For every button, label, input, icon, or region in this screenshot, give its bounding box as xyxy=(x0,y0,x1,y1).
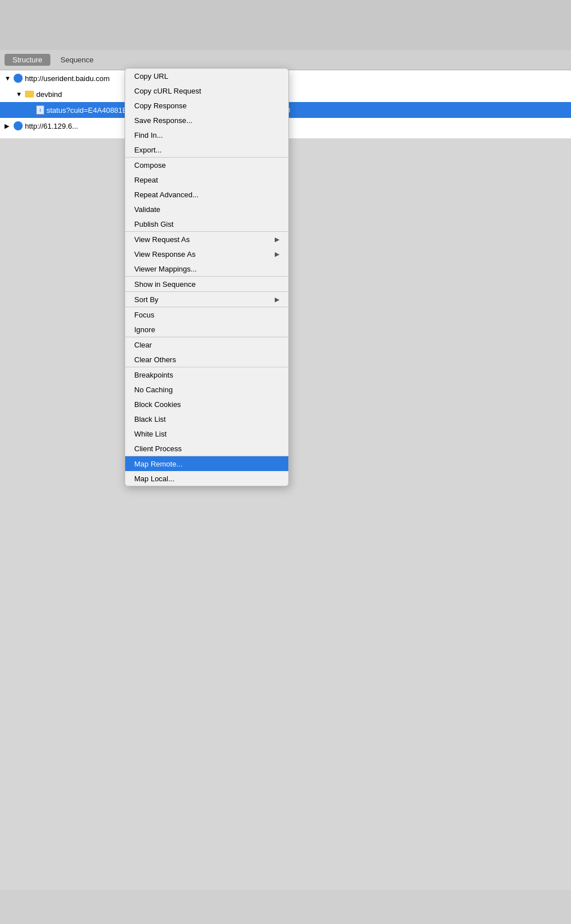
context-menu: Copy URL Copy cURL Request Copy Response… xyxy=(125,68,289,486)
menu-item-validate[interactable]: Validate xyxy=(125,202,288,217)
globe-icon xyxy=(14,121,23,130)
submenu-arrow-icon: ▶ xyxy=(275,251,279,258)
menu-item-copy-curl[interactable]: Copy cURL Request xyxy=(125,83,288,98)
menu-item-focus[interactable]: Focus xyxy=(125,307,288,322)
tree-arrow xyxy=(27,107,36,113)
menu-item-ignore[interactable]: Ignore xyxy=(125,322,288,337)
menu-item-map-local[interactable]: Map Local... xyxy=(125,471,288,486)
menu-item-black-list[interactable]: Black List xyxy=(125,412,288,426)
folder-icon xyxy=(25,91,34,98)
menu-section-sort: Sort By ▶ xyxy=(125,292,288,307)
menu-item-repeat-advanced[interactable]: Repeat Advanced... xyxy=(125,187,288,202)
menu-item-breakpoints[interactable]: Breakpoints xyxy=(125,367,288,382)
menu-item-save-response[interactable]: Save Response... xyxy=(125,113,288,128)
menu-section-clear: Clear Clear Others xyxy=(125,337,288,367)
menu-item-view-request-as[interactable]: View Request As ▶ xyxy=(125,232,288,247)
tree-label: http://userident.baidu.com xyxy=(25,74,110,83)
menu-item-no-caching[interactable]: No Caching xyxy=(125,382,288,397)
menu-item-sort-by[interactable]: Sort By ▶ xyxy=(125,292,288,307)
menu-item-block-cookies[interactable]: Block Cookies xyxy=(125,397,288,412)
top-bar xyxy=(0,0,571,50)
menu-item-export[interactable]: Export... xyxy=(125,142,288,157)
menu-item-viewer-mappings[interactable]: Viewer Mappings... xyxy=(125,261,288,276)
submenu-arrow-icon: ▶ xyxy=(275,296,279,303)
menu-item-view-response-as[interactable]: View Response As ▶ xyxy=(125,247,288,261)
menu-item-clear-others[interactable]: Clear Others xyxy=(125,352,288,367)
menu-item-show-in-sequence[interactable]: Show in Sequence xyxy=(125,277,288,291)
menu-item-copy-url[interactable]: Copy URL xyxy=(125,69,288,83)
menu-section-view: View Request As ▶ View Response As ▶ Vie… xyxy=(125,232,288,277)
menu-section-copy: Copy URL Copy cURL Request Copy Response… xyxy=(125,69,288,158)
bottom-bar xyxy=(0,890,571,924)
menu-item-compose[interactable]: Compose xyxy=(125,158,288,172)
menu-item-repeat[interactable]: Repeat xyxy=(125,172,288,187)
menu-section-map: Map Remote... Map Local... xyxy=(125,456,288,486)
tree-label: http://61.129.6... xyxy=(25,122,78,130)
tree-arrow: ▶ xyxy=(5,122,14,130)
doc-icon: i xyxy=(36,105,44,115)
menu-item-clear[interactable]: Clear xyxy=(125,337,288,352)
tree-arrow: ▼ xyxy=(5,75,14,82)
menu-item-white-list[interactable]: White List xyxy=(125,426,288,441)
menu-section-compose: Compose Repeat Repeat Advanced... Valida… xyxy=(125,158,288,232)
menu-section-sequence: Show in Sequence xyxy=(125,277,288,292)
menu-item-find-in[interactable]: Find In... xyxy=(125,128,288,142)
tree-label: devbind xyxy=(36,90,62,99)
menu-section-tools: Breakpoints No Caching Block Cookies Bla… xyxy=(125,367,288,456)
menu-item-copy-response[interactable]: Copy Response xyxy=(125,98,288,113)
menu-section-focus: Focus Ignore xyxy=(125,307,288,337)
globe-icon xyxy=(14,74,23,83)
menu-item-map-remote[interactable]: Map Remote... xyxy=(125,456,288,471)
tab-structure[interactable]: Structure xyxy=(5,54,50,66)
tab-bar: Structure Sequence xyxy=(0,50,571,70)
menu-item-publish-gist[interactable]: Publish Gist xyxy=(125,217,288,231)
menu-item-client-process[interactable]: Client Process xyxy=(125,441,288,456)
tree-arrow: ▼ xyxy=(16,91,25,98)
tab-sequence[interactable]: Sequence xyxy=(53,54,102,66)
submenu-arrow-icon: ▶ xyxy=(275,236,279,243)
